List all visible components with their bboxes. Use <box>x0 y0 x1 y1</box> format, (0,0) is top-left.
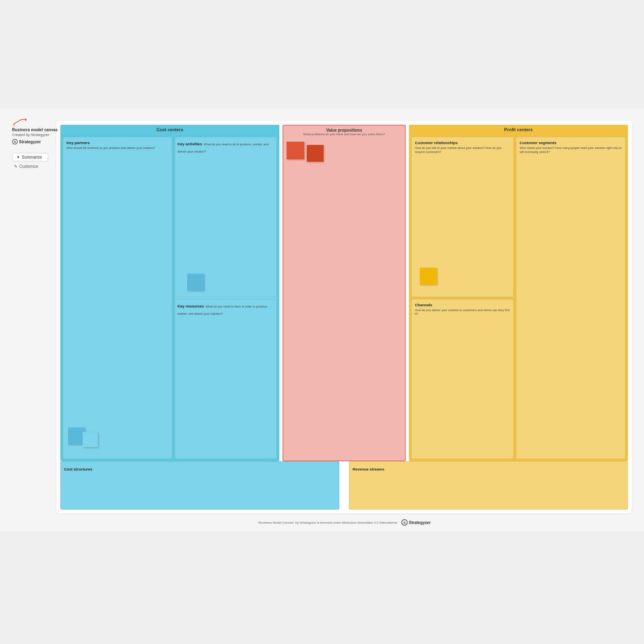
sticky-note-yellow-1 <box>420 268 437 285</box>
key-partners-desc: Who should be involved as you produce an… <box>66 146 169 150</box>
footer-text: "Business Model Canvas" by Strategyzer i… <box>258 521 398 524</box>
revenue-streams-cell[interactable]: Revenue streams <box>349 461 628 510</box>
channels-cell[interactable]: Channels How do you deliver your solutio… <box>411 299 514 459</box>
customer-relationships-cell[interactable]: Customer relationships How do you talk t… <box>411 137 514 297</box>
key-resources-title: Key resources <box>178 304 204 308</box>
value-propositions-container[interactable]: Value propositions What problems do you … <box>283 125 406 461</box>
value-propositions-label: Value propositions <box>287 128 401 132</box>
footer-strategyzer-text: Strategyzer <box>409 520 431 525</box>
channels-desc: How do you deliver your solution to cust… <box>415 308 510 316</box>
key-activities-title: Key activities <box>178 142 202 146</box>
sticky-note-red-2 <box>307 145 324 162</box>
brand-area: Business model canvas Created by Strateg… <box>12 117 58 144</box>
value-propositions-inner <box>283 138 405 460</box>
profit-centers-label: Profit centers <box>504 127 533 132</box>
customer-segments-cell[interactable]: Customer segments Who needs your solutio… <box>516 137 625 459</box>
sparkle-icon: ✦ <box>17 155 20 159</box>
main-content: Business model canvas Created by Strateg… <box>0 109 644 531</box>
summarize-label: Summarize <box>22 155 42 159</box>
svg-text:S: S <box>403 521 406 524</box>
profit-centers-header: Profit centers <box>409 125 628 134</box>
cr-channels-column: Customer relationships How do you talk t… <box>411 137 514 459</box>
cost-centers-header: Cost centers <box>60 125 279 134</box>
value-propositions-desc: What problems do you have and how do you… <box>287 132 401 136</box>
sticky-note-3 <box>187 274 204 291</box>
sticky-note-red-1 <box>287 142 304 159</box>
footer-logo: S Strategyzer <box>401 519 431 526</box>
canvas-bottom-row: Cost structures Revenue streams <box>60 461 628 510</box>
customer-segments-desc: Who needs your solution? How many people… <box>520 146 622 154</box>
customer-relationships-title: Customer relationships <box>415 140 510 145</box>
bottom-gray-area <box>0 531 644 644</box>
cost-structures-title: Cost structures <box>64 467 92 471</box>
cost-centers-inner: Key partners Who should be involved as y… <box>60 134 279 461</box>
key-activities-resources-column: Key activities What do you need to do to… <box>175 137 277 459</box>
footer: "Business Model Canvas" by Strategyzer i… <box>56 517 632 527</box>
brand-logo-icon <box>12 117 28 127</box>
sticky-note-2 <box>83 432 98 447</box>
cost-structures-cell[interactable]: Cost structures <box>60 461 339 510</box>
key-resources-cell[interactable]: Key resources What do you need to have i… <box>175 299 277 459</box>
svg-line-0 <box>14 120 21 124</box>
canvas-outer: Cost centers Key partners Who should be … <box>56 121 632 514</box>
profit-centers-container: Profit centers Customer relationships Ho… <box>409 125 628 461</box>
key-partners-cell[interactable]: Key partners Who should be involved as y… <box>63 137 172 459</box>
customize-label: Customize <box>19 164 38 169</box>
cost-centers-label: Cost centers <box>157 127 184 132</box>
bottom-spacer <box>343 461 346 510</box>
svg-text:S: S <box>14 140 16 143</box>
action-buttons: ✦ Summarize ✎ Customize <box>12 153 48 169</box>
top-gray-area <box>0 0 644 109</box>
brand-title: Business model canvas <box>12 128 58 132</box>
customer-relationships-desc: How do you talk to your market about you… <box>415 146 510 154</box>
customer-segments-title: Customer segments <box>520 140 622 145</box>
brand-subtitle: Created by Strategyzer <box>12 133 58 137</box>
key-partners-title: Key partners <box>66 140 169 145</box>
summarize-button[interactable]: ✦ Summarize <box>12 153 48 161</box>
key-activities-cell[interactable]: Key activities What do you need to do to… <box>175 137 277 297</box>
channels-title: Channels <box>415 303 510 307</box>
value-propositions-header: Value propositions What problems do you … <box>283 126 405 138</box>
strategyzer-logo: S Strategyzer <box>12 139 58 144</box>
canvas-top-row: Cost centers Key partners Who should be … <box>60 125 628 461</box>
profit-centers-inner: Customer relationships How do you talk t… <box>409 134 628 461</box>
customize-button[interactable]: ✎ Customize <box>12 163 48 169</box>
strategyzer-logo-text: Strategyzer <box>19 140 41 144</box>
canvas-grid: Cost centers Key partners Who should be … <box>56 121 632 527</box>
revenue-streams-title: Revenue streams <box>353 467 384 471</box>
strategyzer-logo-icon: S <box>12 139 18 144</box>
customize-icon: ✎ <box>14 164 17 169</box>
footer-logo-icon: S <box>401 519 408 526</box>
cost-centers-container: Cost centers Key partners Who should be … <box>60 125 279 461</box>
